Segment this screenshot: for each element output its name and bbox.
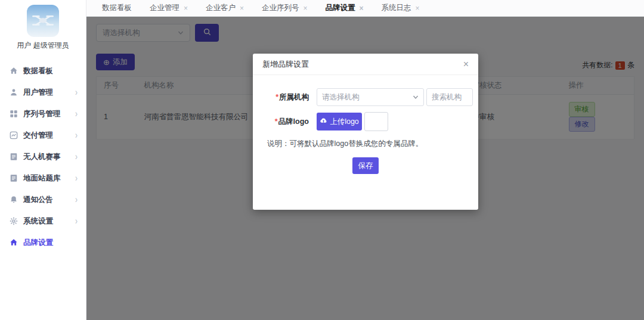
required-asterisk: * <box>275 93 278 101</box>
tab-enterprise-serials[interactable]: 企业序列号 × <box>253 0 317 17</box>
upload-logo-label: 上传logo <box>330 117 359 127</box>
modal-title: 新增品牌设置 <box>262 59 309 70</box>
tab-system-logs[interactable]: 系统日志 × <box>373 0 429 17</box>
sidebar-item-label: 无人机赛事 <box>23 152 61 162</box>
home-icon <box>10 238 18 247</box>
tab-label: 企业客户 <box>206 3 236 13</box>
sidebar-item-dashboard[interactable]: 数据看板 <box>0 60 86 82</box>
drone-logo-icon <box>31 8 55 34</box>
sidebar-item-brand-settings[interactable]: 品牌设置 <box>0 232 86 253</box>
org-field-label: *所属机构 <box>267 92 309 102</box>
sidebar-item-label: 通知公告 <box>23 195 53 205</box>
sidebar-item-system-settings[interactable]: 系统设置 › <box>0 210 86 232</box>
tab-label: 系统日志 <box>382 3 411 13</box>
modal-note: 说明：可将默认品牌logo替换成您的专属品牌。 <box>267 139 478 149</box>
close-icon[interactable]: × <box>463 60 469 69</box>
document-icon <box>10 174 18 183</box>
tab-label: 数据看板 <box>102 3 132 13</box>
chevron-right-icon: › <box>75 151 78 162</box>
modal-body: *所属机构 请选择机构 *品牌logo 上传logo 说明：可将默认品牌logo… <box>253 75 478 174</box>
sidebar-item-notices[interactable]: 通知公告 › <box>0 189 86 210</box>
required-asterisk: * <box>275 117 278 126</box>
gear-icon <box>10 217 18 226</box>
chevron-right-icon: › <box>75 173 78 184</box>
sidebar-item-delivery[interactable]: 交付管理 › <box>0 125 86 146</box>
chevron-right-icon: › <box>75 87 78 98</box>
tab-brand-settings[interactable]: 品牌设置 × <box>317 0 373 17</box>
sidebar-item-question-bank[interactable]: 地面站题库 › <box>0 167 86 189</box>
sidebar-item-drone-events[interactable]: 无人机赛事 › <box>0 146 86 167</box>
tab-label: 企业管理 <box>150 3 179 13</box>
close-icon[interactable]: × <box>240 5 244 12</box>
logo-field-label: *品牌logo <box>267 117 309 127</box>
modal-org-select-placeholder: 请选择机构 <box>322 92 360 102</box>
modal-header: 新增品牌设置 × <box>253 54 478 75</box>
chevron-right-icon: › <box>75 130 78 141</box>
tab-bar: 数据看板 企业管理 × 企业客户 × 企业序列号 × 品牌设置 × 系统日志 × <box>86 0 644 17</box>
sidebar-item-label: 系统设置 <box>23 216 53 226</box>
sidebar-item-label: 交付管理 <box>23 131 53 141</box>
chevron-right-icon: › <box>75 194 78 205</box>
modal-org-select[interactable]: 请选择机构 <box>317 88 424 106</box>
sidebar-item-users[interactable]: 用户管理 › <box>0 82 86 103</box>
tab-label: 企业序列号 <box>262 3 299 13</box>
sidebar-item-label: 序列号管理 <box>23 109 61 119</box>
chevron-right-icon: › <box>75 216 78 226</box>
sidebar-item-serials[interactable]: 序列号管理 › <box>0 103 86 125</box>
user-label: 用户 超级管理员 <box>0 41 86 51</box>
bell-icon <box>10 195 18 204</box>
tab-dashboard[interactable]: 数据看板 <box>94 0 141 17</box>
sidebar-item-label: 品牌设置 <box>23 238 53 248</box>
tab-enterprise-customers[interactable]: 企业客户 × <box>197 0 253 17</box>
grid-icon <box>10 110 18 119</box>
sidebar-item-label: 用户管理 <box>23 88 53 98</box>
close-icon[interactable]: × <box>360 5 364 12</box>
sidebar-item-label: 数据看板 <box>23 66 53 76</box>
save-button[interactable]: 保存 <box>352 157 379 174</box>
tab-enterprise-mgmt[interactable]: 企业管理 × <box>141 0 197 17</box>
sidebar-menu: 数据看板 用户管理 › 序列号管理 › 交付管理 › <box>0 60 86 253</box>
close-icon[interactable]: × <box>304 5 308 12</box>
org-field-row: *所属机构 请选择机构 <box>267 88 478 106</box>
close-icon[interactable]: × <box>184 5 188 12</box>
chevron-right-icon: › <box>75 108 78 119</box>
upload-logo-button[interactable]: 上传logo <box>317 113 362 131</box>
sidebar: 用户 超级管理员 数据看板 用户管理 › 序列号管理 › 交付管理 <box>0 0 86 320</box>
home-icon <box>10 67 18 76</box>
logo-field-row: *品牌logo 上传logo <box>267 112 478 131</box>
user-icon <box>10 88 18 97</box>
tab-label: 品牌设置 <box>326 3 355 13</box>
chart-icon <box>10 131 18 140</box>
sidebar-item-label: 地面站题库 <box>23 173 61 184</box>
new-brand-modal: 新增品牌设置 × *所属机构 请选择机构 *品牌logo 上传logo <box>253 54 478 210</box>
logo-preview-box[interactable] <box>364 112 388 131</box>
document-icon <box>10 153 18 161</box>
search-org-input[interactable] <box>426 88 473 106</box>
cloud-upload-icon <box>320 117 327 126</box>
app-logo <box>27 5 59 37</box>
close-icon[interactable]: × <box>416 5 420 12</box>
chevron-down-icon <box>413 94 419 100</box>
